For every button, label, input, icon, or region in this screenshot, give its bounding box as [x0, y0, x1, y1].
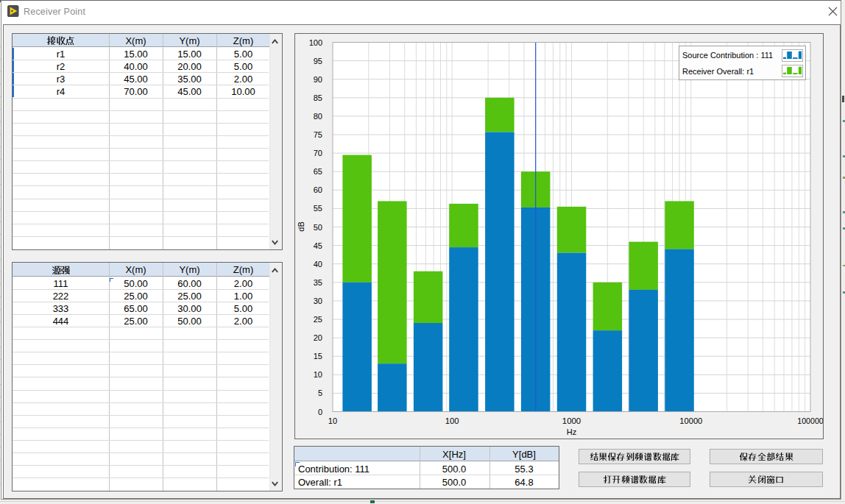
svg-text:80: 80	[314, 112, 322, 121]
svg-text:10: 10	[314, 370, 322, 379]
svg-text:10000: 10000	[679, 416, 702, 425]
svg-text:95: 95	[314, 57, 322, 65]
svg-text:70: 70	[314, 149, 322, 157]
svg-text:100: 100	[445, 416, 459, 425]
svg-text:60: 60	[314, 185, 322, 194]
svg-text:65: 65	[314, 167, 322, 176]
svg-text:5: 5	[318, 388, 322, 397]
svg-text:dB: dB	[297, 221, 305, 231]
svg-text:10: 10	[328, 416, 337, 425]
svg-text:55: 55	[314, 204, 322, 213]
svg-text:20: 20	[314, 333, 322, 342]
svg-text:0: 0	[318, 408, 322, 416]
svg-text:40: 40	[314, 260, 322, 269]
svg-text:15: 15	[314, 352, 322, 361]
svg-text:45: 45	[314, 241, 322, 250]
svg-text:50: 50	[314, 223, 322, 232]
svg-text:90: 90	[314, 75, 322, 84]
svg-text:35: 35	[314, 278, 322, 287]
svg-text:Hz: Hz	[567, 427, 576, 436]
svg-text:100: 100	[309, 38, 322, 47]
svg-text:100000: 100000	[797, 416, 823, 425]
svg-text:85: 85	[314, 93, 322, 102]
svg-text:25: 25	[314, 315, 322, 324]
svg-text:30: 30	[314, 297, 322, 305]
svg-text:75: 75	[314, 130, 322, 139]
svg-text:1000: 1000	[562, 416, 581, 425]
